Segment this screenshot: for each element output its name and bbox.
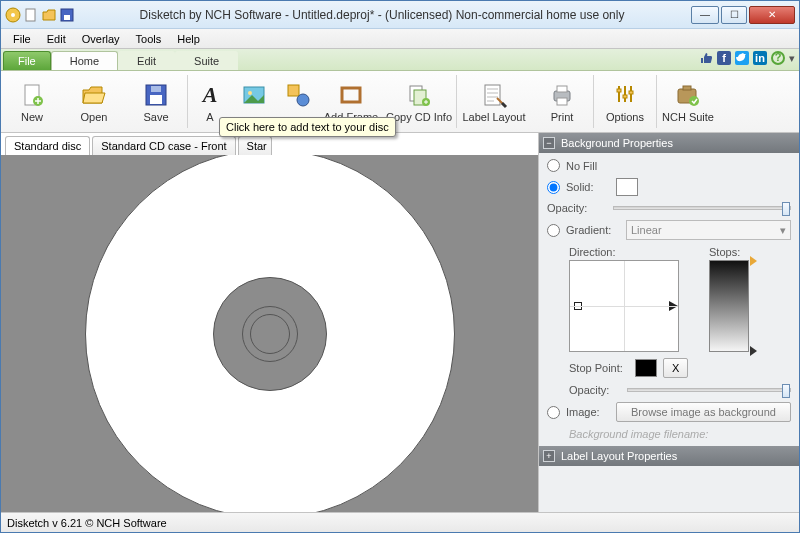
content-area: Standard disc Standard CD case - Front S… xyxy=(1,133,799,512)
svg-rect-19 xyxy=(288,85,299,96)
like-icon[interactable] xyxy=(699,51,713,65)
svg-point-34 xyxy=(689,96,699,106)
properties-panel: − Background Properties No Fill Solid: O… xyxy=(539,133,799,512)
svg-point-1 xyxy=(11,13,15,17)
facebook-icon[interactable]: f xyxy=(717,51,731,65)
options-icon xyxy=(611,81,639,109)
svg-rect-33 xyxy=(683,86,691,90)
bg-image-filename-label: Background image filename: xyxy=(569,428,708,440)
svg-point-18 xyxy=(248,91,252,95)
label-nofill: No Fill xyxy=(566,160,597,172)
svg-rect-16 xyxy=(151,86,161,92)
label-solid: Solid: xyxy=(566,181,610,193)
menu-edit[interactable]: Edit xyxy=(39,31,74,47)
window-title: Disketch by NCH Software - Untitled.depr… xyxy=(75,8,689,22)
bg-props-header[interactable]: − Background Properties xyxy=(539,133,799,153)
save-icon[interactable] xyxy=(59,7,75,23)
radio-image[interactable] xyxy=(547,406,560,419)
label-gradient: Gradient: xyxy=(566,224,620,236)
menu-tools[interactable]: Tools xyxy=(128,31,170,47)
label-stops: Stops: xyxy=(709,246,749,258)
gradient-stops[interactable] xyxy=(709,260,749,352)
gradient-type-select[interactable]: Linear▾ xyxy=(626,220,791,240)
window-controls: — ☐ ✕ xyxy=(689,6,795,24)
doc-tab-disc[interactable]: Standard disc xyxy=(5,136,90,155)
help-dropdown-icon[interactable]: ▾ xyxy=(789,52,795,65)
help-icon[interactable]: ? xyxy=(771,51,785,65)
svg-rect-25 xyxy=(485,85,500,105)
ribbon-tab-suite[interactable]: Suite xyxy=(175,51,238,70)
status-text: Disketch v 6.21 © NCH Software xyxy=(7,517,167,529)
canvas-panel: Standard disc Standard CD case - Front S… xyxy=(1,133,539,512)
stop-color-swatch[interactable] xyxy=(635,359,657,377)
twitter-icon[interactable] xyxy=(735,51,749,65)
opacity-slider[interactable] xyxy=(613,206,791,210)
ribbon-open-button[interactable]: Open xyxy=(63,72,125,132)
ribbon-labellayout-button[interactable]: Label Layout xyxy=(457,72,531,132)
svg-text:f: f xyxy=(722,52,726,64)
ribbon-options-button[interactable]: Options xyxy=(594,72,656,132)
gradient-opacity-slider[interactable] xyxy=(627,388,791,392)
copy-cd-icon xyxy=(405,81,433,109)
new-icon[interactable] xyxy=(23,7,39,23)
doc-tab-3[interactable]: Star xyxy=(238,136,272,155)
ribbon-print-button[interactable]: Print xyxy=(531,72,593,132)
expand-icon[interactable]: + xyxy=(543,450,555,462)
svg-rect-15 xyxy=(150,95,162,104)
close-button[interactable]: ✕ xyxy=(749,6,795,24)
ribbon-new-button[interactable]: New xyxy=(1,72,63,132)
label-direction: Direction: xyxy=(569,246,679,258)
ribbon: New Open Save A A xyxy=(1,71,799,133)
label-image: Image: xyxy=(566,406,610,418)
svg-rect-31 xyxy=(629,91,633,94)
titlebar-icons xyxy=(5,7,75,23)
radio-solid[interactable] xyxy=(547,181,560,194)
svg-text:?: ? xyxy=(775,51,782,63)
statusbar: Disketch v 6.21 © NCH Software xyxy=(1,512,799,532)
menu-overlay[interactable]: Overlay xyxy=(74,31,128,47)
app-icon xyxy=(5,7,21,23)
image-icon xyxy=(240,81,268,109)
ribbon-tab-home[interactable]: Home xyxy=(51,51,118,70)
doc-tab-cdcase[interactable]: Standard CD case - Front xyxy=(92,136,235,155)
ribbon-tab-edit[interactable]: Edit xyxy=(118,51,175,70)
radio-nofill[interactable] xyxy=(547,159,560,172)
ribbon-save-button[interactable]: Save xyxy=(125,72,187,132)
radio-gradient[interactable] xyxy=(547,224,560,237)
svg-rect-28 xyxy=(557,98,567,105)
maximize-button[interactable]: ☐ xyxy=(721,6,747,24)
svg-rect-30 xyxy=(623,95,627,98)
collapse-icon[interactable]: − xyxy=(543,137,555,149)
open-icon[interactable] xyxy=(41,7,57,23)
disc-preview[interactable] xyxy=(85,155,455,512)
new-doc-icon xyxy=(18,81,46,109)
ribbon-nchsuite-button[interactable]: NCH Suite xyxy=(657,72,719,132)
svg-point-20 xyxy=(297,94,309,106)
ribbon-tabs: File Home Edit Suite f in ? ▾ xyxy=(1,49,799,71)
label-opacity2: Opacity: xyxy=(569,384,621,396)
canvas[interactable] xyxy=(1,155,538,512)
menu-help[interactable]: Help xyxy=(169,31,208,47)
svg-rect-29 xyxy=(617,89,621,92)
browse-image-button[interactable]: Browse image as background xyxy=(616,402,791,422)
ribbon-tab-file[interactable]: File xyxy=(3,51,51,70)
linkedin-icon[interactable]: in xyxy=(753,51,767,65)
minimize-button[interactable]: — xyxy=(691,6,719,24)
menu-file[interactable]: File xyxy=(5,31,39,47)
svg-rect-4 xyxy=(64,15,70,20)
label-stoppoint: Stop Point: xyxy=(569,362,629,374)
svg-rect-21 xyxy=(342,88,360,102)
folder-open-icon xyxy=(80,81,108,109)
svg-rect-2 xyxy=(26,9,35,21)
menubar: File Edit Overlay Tools Help xyxy=(1,29,799,49)
shapes-icon xyxy=(284,81,312,109)
titlebar: Disketch by NCH Software - Untitled.depr… xyxy=(1,1,799,29)
remove-stop-button[interactable]: X xyxy=(663,358,688,378)
solid-color-swatch[interactable] xyxy=(616,178,638,196)
svg-rect-27 xyxy=(557,86,567,92)
gradient-direction[interactable] xyxy=(569,260,679,352)
layout-icon xyxy=(480,81,508,109)
svg-text:in: in xyxy=(755,52,765,64)
label-layout-header[interactable]: + Label Layout Properties xyxy=(539,446,799,466)
suite-icon xyxy=(674,81,702,109)
